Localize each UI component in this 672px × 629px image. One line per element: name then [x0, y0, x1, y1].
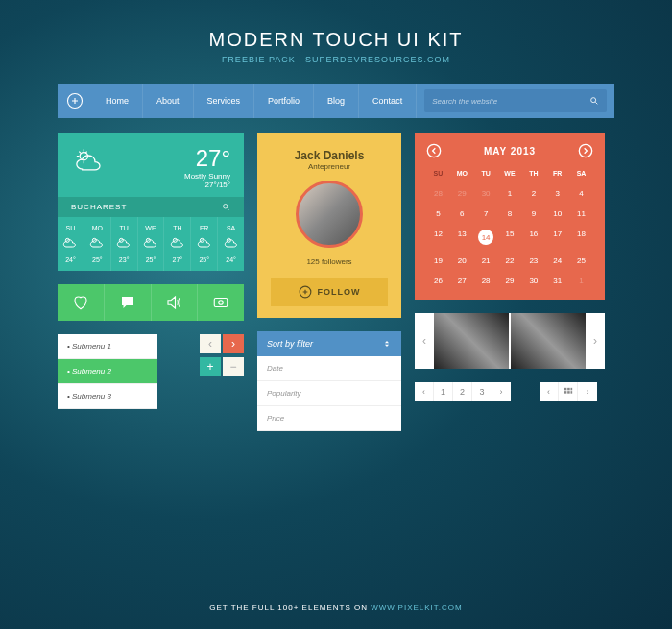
forecast-day: FR25°	[191, 217, 218, 271]
forecast-day: TU23°	[111, 217, 138, 271]
page-number[interactable]: 3	[472, 382, 492, 401]
calendar-dow: TU	[474, 166, 498, 182]
sort-panel: Sort by filter DatePopularityPrice	[257, 331, 401, 431]
view-switcher: ‹ ›	[540, 382, 597, 401]
weather-widget: 27° Mostly Sunny 27°/15° BUCHAREST SU24°…	[58, 133, 244, 271]
calendar-dow: FR	[545, 166, 569, 182]
page-subtitle: FREEBIE PACK | SUPERDEVRESOURCES.COM	[58, 55, 614, 64]
carousel-prev[interactable]: ‹	[415, 313, 434, 369]
calendar-dow: SA	[569, 166, 593, 182]
minus-button[interactable]: −	[223, 357, 244, 376]
calendar-day[interactable]: 16	[521, 225, 545, 250]
calendar-day[interactable]: 30	[521, 272, 545, 290]
nav-item[interactable]: Home	[92, 84, 143, 118]
calendar-day[interactable]: 25	[569, 252, 593, 270]
calendar-day[interactable]: 12	[426, 225, 450, 250]
calendar-day[interactable]: 15	[498, 225, 522, 250]
calendar-day[interactable]: 26	[426, 272, 450, 290]
calendar-prev-icon[interactable]	[426, 143, 442, 158]
chat-icon[interactable]	[105, 284, 152, 321]
calendar-day[interactable]: 31	[545, 272, 569, 290]
weather-temp: 27°	[184, 145, 230, 172]
calendar-day[interactable]: 1	[498, 184, 522, 203]
svg-point-12	[219, 301, 224, 305]
forecast-day: MO25°	[84, 217, 111, 271]
calendar-day[interactable]: 24	[545, 252, 569, 270]
calendar-day[interactable]: 21	[474, 252, 498, 270]
calendar-day[interactable]: 30	[474, 184, 498, 203]
calendar-day[interactable]: 28	[474, 272, 498, 290]
calendar-day[interactable]: 14	[474, 225, 498, 250]
media-icon[interactable]	[198, 284, 244, 321]
sort-option[interactable]: Date	[257, 356, 401, 381]
submenu-item[interactable]: • Submenu 3	[58, 384, 157, 409]
calendar-day[interactable]: 13	[450, 225, 474, 250]
calendar-day[interactable]: 17	[545, 225, 569, 250]
sort-header[interactable]: Sort by filter	[257, 331, 401, 356]
updown-icon	[382, 339, 392, 349]
nav-item[interactable]: Blog	[314, 84, 359, 118]
calendar-day[interactable]: 29	[450, 184, 474, 203]
calendar-dow: WE	[498, 166, 522, 182]
calendar-day[interactable]: 9	[521, 205, 545, 223]
sort-option[interactable]: Popularity	[257, 381, 401, 406]
grid-view-icon[interactable]	[559, 382, 578, 401]
calendar-day[interactable]: 8	[498, 205, 522, 223]
view-prev[interactable]: ‹	[540, 382, 559, 401]
page-next[interactable]: ›	[492, 382, 511, 401]
svg-rect-19	[564, 391, 566, 394]
prev-button[interactable]: ‹	[200, 334, 221, 353]
nav-item[interactable]: Services	[194, 84, 255, 118]
svg-rect-21	[570, 391, 572, 394]
calendar-day[interactable]: 28	[426, 184, 450, 203]
calendar-day[interactable]: 5	[426, 205, 450, 223]
svg-rect-17	[567, 388, 570, 391]
profile-name: Jack Daniels	[257, 149, 401, 162]
calendar-day[interactable]: 10	[545, 205, 569, 223]
page-number[interactable]: 2	[453, 382, 472, 401]
nav-item[interactable]: Contact	[359, 84, 417, 118]
calendar-day[interactable]: 3	[545, 184, 569, 203]
calendar-day[interactable]: 7	[474, 205, 498, 223]
svg-point-15	[579, 144, 591, 157]
page-prev[interactable]: ‹	[415, 382, 434, 401]
calendar-day[interactable]: 20	[450, 252, 474, 270]
nav-add-button[interactable]	[58, 92, 92, 109]
calendar-day[interactable]: 2	[521, 184, 545, 203]
calendar-day[interactable]: 18	[569, 225, 593, 250]
carousel-image[interactable]	[509, 313, 586, 369]
forecast-day: TH27°	[164, 217, 191, 271]
next-button[interactable]: ›	[223, 334, 244, 353]
nav-search[interactable]	[424, 89, 607, 112]
calendar-day[interactable]: 4	[569, 184, 593, 203]
submenu-item[interactable]: • Submenu 2	[58, 359, 157, 384]
view-next[interactable]: ›	[578, 382, 597, 401]
calendar-day[interactable]: 6	[450, 205, 474, 223]
carousel-image[interactable]	[434, 313, 509, 369]
calendar-day[interactable]: 22	[498, 252, 522, 270]
weather-condition: Mostly Sunny	[184, 172, 230, 181]
sort-option[interactable]: Price	[257, 406, 401, 431]
weather-sunny-icon	[71, 145, 109, 187]
sound-icon[interactable]	[152, 284, 199, 321]
heart-icon[interactable]	[58, 284, 105, 321]
svg-rect-18	[570, 388, 572, 391]
carousel-next[interactable]: ›	[586, 313, 605, 369]
calendar-month: MAY 2013	[484, 146, 536, 157]
page-number[interactable]: 1	[434, 382, 453, 401]
plus-button[interactable]: +	[200, 357, 221, 376]
submenu-item[interactable]: • Submenu 1	[58, 334, 157, 359]
calendar-next-icon[interactable]	[578, 143, 593, 158]
calendar-day[interactable]: 11	[569, 205, 593, 223]
footer-link[interactable]: WWW.PIXELKIT.COM	[371, 603, 463, 612]
calendar-day[interactable]: 19	[426, 252, 450, 270]
calendar-day[interactable]: 23	[521, 252, 545, 270]
calendar-day[interactable]: 27	[450, 272, 474, 290]
follow-button[interactable]: FOLLOW	[271, 278, 388, 306]
nav-item[interactable]: About	[143, 84, 194, 118]
nav-item[interactable]: Portfolio	[254, 84, 314, 118]
calendar-day[interactable]: 29	[498, 272, 522, 290]
search-input[interactable]	[432, 97, 589, 106]
calendar-day[interactable]: 1	[569, 272, 593, 290]
search-icon[interactable]	[222, 203, 230, 211]
